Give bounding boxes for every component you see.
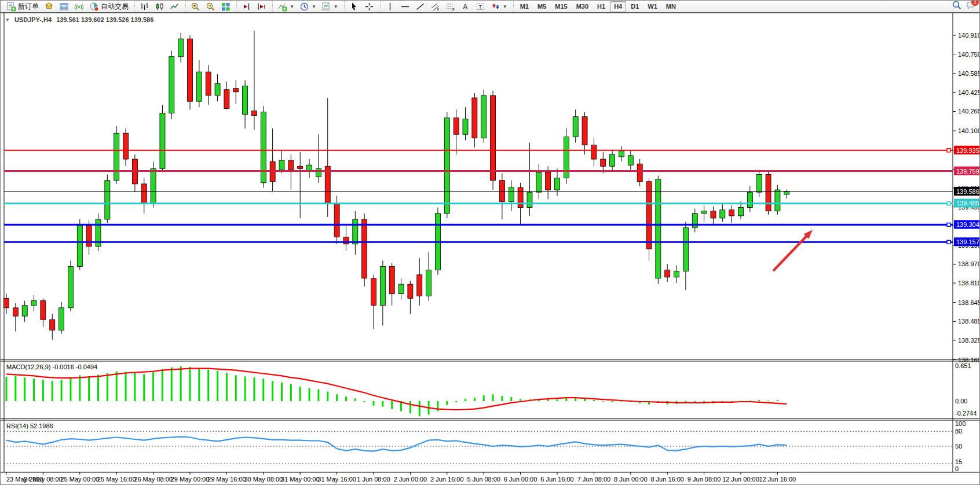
candle-body [178, 39, 184, 57]
text-icon: A [460, 2, 470, 12]
zoom-in-button[interactable] [188, 1, 203, 12]
search-icon[interactable] [952, 0, 962, 13]
zoom-out-icon [206, 2, 215, 12]
chart-cube-button[interactable] [42, 1, 56, 12]
svg-text:30 May 08:00: 30 May 08:00 [244, 476, 283, 483]
candle-body [582, 117, 587, 145]
svg-text:25 May 16:00: 25 May 16:00 [97, 476, 136, 483]
linechart-icon [170, 2, 180, 12]
candle-body [224, 90, 229, 109]
candle-body [105, 181, 110, 219]
cube-icon [44, 2, 54, 12]
price-chart[interactable]: 140.910140.750140.585140.425140.265140.1… [1, 13, 980, 485]
candle-body [665, 270, 670, 277]
crosshair-button[interactable] [362, 1, 376, 12]
candle-body [398, 284, 404, 293]
zoom-out-button[interactable] [203, 1, 218, 12]
candle-body [169, 57, 174, 113]
svg-text:140.750: 140.750 [958, 51, 980, 58]
timeframe-m1[interactable]: M1 [516, 1, 533, 12]
svg-text:0.00: 0.00 [955, 398, 967, 405]
toolbar-group [344, 1, 379, 12]
svg-text:139.586: 139.586 [956, 188, 979, 195]
candle-body [656, 179, 661, 278]
chevron-down-icon[interactable]: ▼ [334, 4, 338, 9]
autoscroll-icon [257, 2, 266, 12]
svg-text:5 Jun 08:00: 5 Jun 08:00 [467, 476, 500, 483]
chart-shift-button[interactable] [239, 1, 254, 12]
crosshair-icon [364, 2, 374, 12]
toolbar-group [185, 1, 235, 12]
channel-icon: E [430, 2, 440, 12]
candle-body [674, 271, 679, 277]
candle-body [756, 175, 762, 193]
text-button[interactable]: A [458, 1, 473, 12]
timeframe-m5[interactable]: M5 [533, 1, 550, 12]
svg-text:8 Jun 00:00: 8 Jun 00:00 [614, 476, 648, 483]
timeframe-d1[interactable]: D1 [627, 1, 643, 12]
market-watch-button[interactable] [57, 1, 71, 12]
vertical-line-button[interactable] [383, 1, 397, 12]
toolbar-group [236, 1, 271, 12]
candle-body [13, 308, 18, 316]
chevron-down-icon[interactable]: ▼ [312, 4, 316, 9]
zoom-in-icon [191, 2, 200, 12]
cursor-button[interactable] [347, 1, 361, 12]
timeframe-m15[interactable]: M15 [551, 1, 571, 12]
candle-body [775, 190, 780, 211]
chat-icon[interactable]: 1 [966, 0, 976, 13]
autotrading-button[interactable]: 自动交易 [87, 1, 131, 12]
periods-button[interactable]: ▼ [297, 1, 319, 12]
arrows-button[interactable]: ▼ [488, 1, 510, 12]
horizontal-line-button[interactable] [398, 1, 412, 12]
svg-text:100: 100 [955, 420, 966, 427]
candle-body [527, 192, 532, 207]
candle-body [307, 165, 312, 171]
svg-text:0: 0 [955, 465, 959, 472]
candlestick-button[interactable] [152, 1, 167, 12]
svg-text:140.910: 140.910 [958, 32, 980, 39]
bar-chart-button[interactable] [137, 1, 152, 12]
chart-area[interactable]: 140.910140.750140.585140.425140.265140.1… [1, 13, 980, 485]
candle-body [454, 118, 459, 135]
auto-scroll-button[interactable] [254, 1, 269, 12]
svg-text:E: E [437, 8, 439, 11]
svg-text:1 Jun 08:00: 1 Jun 08:00 [357, 476, 390, 483]
svg-text:-0.2744: -0.2744 [955, 410, 977, 417]
candle-body [50, 319, 55, 330]
candle-body [637, 164, 642, 182]
timeframe-h4[interactable]: H4 [610, 1, 626, 12]
candle-body [389, 267, 394, 294]
candle-body [141, 184, 147, 204]
candle-body [334, 203, 339, 237]
timeframe-h1[interactable]: H1 [593, 1, 609, 12]
candle-body [766, 175, 771, 211]
timeframe-mn[interactable]: MN [662, 1, 680, 12]
trendline-button[interactable] [413, 1, 427, 12]
svg-text:F: F [452, 7, 455, 11]
timeframe-w1[interactable]: W1 [643, 1, 661, 12]
text-label-button[interactable]: T [473, 1, 488, 12]
templates-button[interactable]: ▼ [319, 1, 341, 12]
candle-body [601, 159, 606, 166]
line-chart-button[interactable] [167, 1, 182, 12]
svg-text:139.935: 139.935 [956, 147, 979, 154]
autotrading-button-label: 自动交易 [101, 2, 129, 12]
chevron-down-icon[interactable]: ▼ [5, 17, 10, 23]
timeframe-m30[interactable]: M30 [572, 1, 593, 12]
chevron-down-icon[interactable]: ▼ [290, 4, 294, 9]
svg-text:138.485: 138.485 [958, 318, 980, 325]
candle-body [619, 151, 624, 157]
candle-body [426, 270, 432, 296]
tile-windows-button[interactable] [218, 1, 233, 12]
chevron-down-icon[interactable]: ▼ [503, 4, 507, 9]
svg-text:139.485: 139.485 [956, 200, 979, 207]
candle-body [22, 306, 27, 316]
new-order-button[interactable]: 新订单 [4, 1, 41, 12]
channel-button[interactable]: E [428, 1, 443, 12]
signal-button[interactable] [72, 1, 86, 12]
indicators-button[interactable]: ▼ [275, 1, 297, 12]
fibonacci-button[interactable]: F [443, 1, 458, 12]
candle-body [206, 72, 211, 95]
clock-icon [299, 2, 309, 12]
